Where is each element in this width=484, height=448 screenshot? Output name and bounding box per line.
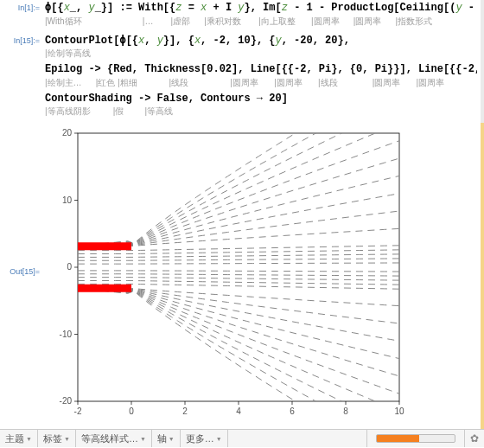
code-line-2a: ContourPlot[ϕ[{x, y}], {x, -2, 10}, {y, … <box>45 35 477 48</box>
anno-2a: |绘制等高线 <box>45 48 477 60</box>
progress-bar <box>376 434 455 443</box>
anno-2c: |等高线阴影 |假 |等高线 <box>45 106 477 118</box>
toolbar-btn-theme[interactable]: 主题▼ <box>0 430 38 447</box>
toolbar-progress <box>366 430 464 447</box>
toolbar-btn-contour-style[interactable]: 等高线样式…▼ <box>76 430 152 447</box>
chevron-down-icon: ▼ <box>169 436 175 442</box>
code-line-2c: ContourShading -> False, Contours → 20] <box>45 93 477 106</box>
chevron-down-icon: ▼ <box>216 436 222 442</box>
svg-text:8: 8 <box>343 406 348 416</box>
anno-2b: |绘制主… |红色 |粗细 |线段 |圆周率 |圆周率 |线段 |圆周率 |圆周… <box>45 77 477 89</box>
code-line-2b: Epilog -> {Red, Thickness[0.02], Line[{{… <box>45 63 477 77</box>
svg-text:-10: -10 <box>60 330 73 339</box>
toolbar-btn-more[interactable]: 更多…▼ <box>181 430 228 447</box>
in-label-1: In[1]:= <box>3 2 45 12</box>
toolbar-btn-axes[interactable]: 轴▼ <box>152 430 181 447</box>
svg-text:20: 20 <box>62 128 73 138</box>
svg-text:10: 10 <box>394 406 404 416</box>
toolbar-settings[interactable]: ✿ <box>464 430 484 447</box>
chevron-down-icon: ▼ <box>64 436 70 442</box>
cell-1-content[interactable]: ϕ[{x_, y_}] := With[{z = x + I y}, Im[z … <box>45 2 477 31</box>
svg-text:0: 0 <box>129 406 134 416</box>
input-cell-15: In[15]:= ContourPlot[ϕ[{x, y}], {x, -2, … <box>0 33 484 124</box>
chevron-down-icon: ▼ <box>26 436 32 442</box>
input-cell-1: In[1]:= ϕ[{x_, y_}] := With[{z = x + I y… <box>0 0 484 33</box>
suggestion-toolbar: 主题▼ 标签▼ 等高线样式…▼ 轴▼ 更多…▼ ✿ <box>0 429 484 447</box>
chevron-down-icon: ▼ <box>140 436 146 442</box>
out-label-15: Out[15]= <box>3 125 45 276</box>
code-line-1: ϕ[{x_, y_}] := With[{z = x + I y}, Im[z … <box>45 2 477 16</box>
svg-text:4: 4 <box>236 406 241 416</box>
contour-plot[interactable]: -20246810-20-1001020 <box>45 125 408 427</box>
cell-15-content[interactable]: ContourPlot[ϕ[{x, y}], {x, -2, 10}, {y, … <box>45 35 477 122</box>
anno-1: |With循环 |… |虚部 |乘积对数 |向上取整 |圆周率 |圆周率 |指数… <box>45 16 477 28</box>
svg-text:6: 6 <box>290 406 295 416</box>
svg-text:0: 0 <box>67 262 72 272</box>
output-cell-15: Out[15]= -20246810-20-1001020 <box>0 123 484 429</box>
toolbar-btn-labels[interactable]: 标签▼ <box>38 430 76 447</box>
svg-text:-2: -2 <box>74 406 82 416</box>
in-label-15: In[15]:= <box>3 35 45 45</box>
svg-text:2: 2 <box>182 406 188 416</box>
svg-rect-0 <box>78 133 399 401</box>
svg-text:-20: -20 <box>60 396 73 406</box>
gear-icon: ✿ <box>470 432 479 445</box>
svg-text:10: 10 <box>62 195 73 205</box>
